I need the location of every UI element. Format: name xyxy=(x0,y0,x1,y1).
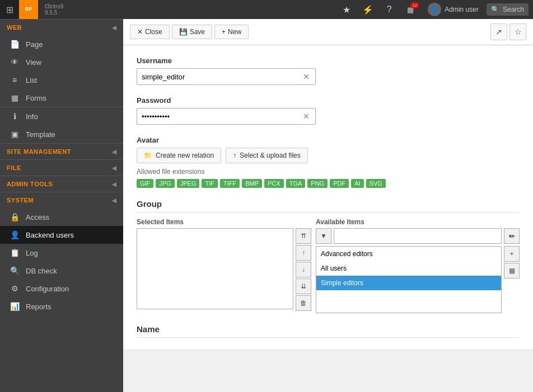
ext-jpeg: JPEG xyxy=(177,179,200,188)
access-icon: 🔒 xyxy=(9,212,20,221)
forms-icon: ▦ xyxy=(9,93,20,102)
ext-pdf: PDF xyxy=(330,179,349,188)
help-icon[interactable]: ? xyxy=(380,0,399,19)
selected-items-list[interactable] xyxy=(137,228,293,309)
sidebar-section-web: WEB ◀ 📄 Page 👁 View ≡ List ▦ Forms xyxy=(0,19,123,107)
new-button[interactable]: + New xyxy=(214,25,249,39)
view-item-button[interactable]: ▦ xyxy=(504,263,520,278)
sidebar-web-arrow: ◀ xyxy=(112,25,117,31)
user-avatar: 👤 xyxy=(428,3,441,16)
sidebar-item-configuration[interactable]: ⚙ Configuration xyxy=(0,280,123,297)
name-label: Name xyxy=(137,324,520,338)
log-icon: 📋 xyxy=(9,248,20,257)
available-items-list[interactable]: Advanced editors All users Simple editor… xyxy=(316,246,502,313)
search-bar[interactable]: 🔍 Search xyxy=(487,3,529,16)
available-search-input-wrapper xyxy=(334,228,502,244)
available-items-label: Available Items xyxy=(316,218,520,226)
user-menu[interactable]: 👤 Admin user xyxy=(422,3,484,16)
sidebar-configuration-label: Configuration xyxy=(26,285,69,293)
sidebar-item-log[interactable]: 📋 Log xyxy=(0,244,123,262)
move-bottom-button[interactable]: ⇊ xyxy=(296,278,311,294)
available-search-row: ▼ ✏ xyxy=(316,228,520,244)
group-section: Group Selected Items ⇈ ↑ ↓ ⇊ 🗑 xyxy=(137,199,520,313)
close-button[interactable]: ✕ Close xyxy=(130,25,170,39)
select-upload-label: Select & upload files xyxy=(240,152,301,159)
username-clear-button[interactable]: ✕ xyxy=(302,72,311,81)
main-content: ✕ Close 💾 Save + New ↗ ☆ Username ✕ xyxy=(123,19,533,392)
sidebar-item-reports[interactable]: 📊 Reports xyxy=(0,297,123,315)
sidebar-item-backend-users[interactable]: 👤 Backend users xyxy=(0,226,123,244)
filter-icon[interactable]: ▼ xyxy=(316,228,331,244)
external-link-button[interactable]: ↗ xyxy=(490,23,507,40)
sidebar-access-label: Access xyxy=(26,213,49,221)
list-item[interactable]: Advanced editors xyxy=(316,247,501,261)
username-input[interactable] xyxy=(142,73,302,81)
save-icon: 💾 xyxy=(179,28,188,36)
sidebar-group-site-mgmt[interactable]: SITE MANAGEMENT ◀ xyxy=(0,144,123,159)
pencil-button[interactable]: ✏ xyxy=(504,228,520,244)
username-label: Username xyxy=(137,56,520,65)
sidebar-reports-label: Reports xyxy=(26,303,52,311)
close-label: Close xyxy=(145,28,162,36)
dual-list: Selected Items ⇈ ↑ ↓ ⇊ 🗑 Avail xyxy=(137,218,520,313)
list-item[interactable]: All users xyxy=(316,261,501,276)
password-field-group: Password ✕ xyxy=(137,96,520,125)
notification-count: 10 xyxy=(410,2,419,8)
sidebar-item-forms[interactable]: ▦ Forms xyxy=(0,89,123,107)
sidebar-section-system: SYSTEM ◀ 🔒 Access 👤 Backend users 📋 Log … xyxy=(0,192,123,315)
sidebar-group-web[interactable]: WEB ◀ xyxy=(0,20,123,35)
sidebar-list-label: List xyxy=(26,76,37,84)
apps-grid-icon[interactable]: ⊞ xyxy=(0,0,19,19)
available-search-input[interactable] xyxy=(338,232,498,240)
sidebar-item-template[interactable]: ▣ Template xyxy=(0,125,123,143)
search-icon: 🔍 xyxy=(491,6,499,13)
sidebar-item-access[interactable]: 🔒 Access xyxy=(0,208,123,226)
flash-icon[interactable]: ⚡ xyxy=(358,0,377,19)
add-item-button[interactable]: + xyxy=(504,246,520,262)
password-clear-button[interactable]: ✕ xyxy=(302,112,311,121)
view-icon: 👁 xyxy=(9,58,20,67)
sidebar-group-system[interactable]: SYSTEM ◀ xyxy=(0,192,123,208)
move-up-button[interactable]: ↑ xyxy=(296,245,311,261)
ext-tif: TIF xyxy=(202,179,218,188)
move-down-button[interactable]: ↓ xyxy=(296,262,311,277)
ext-png: PNG xyxy=(307,179,328,188)
topbar-icons: ★ ⚡ ? ▦ 10 👤 Admin user 🔍 Search xyxy=(337,0,533,19)
list-item[interactable]: Simple editors xyxy=(316,276,501,290)
save-button[interactable]: 💾 Save xyxy=(172,25,212,39)
sidebar-item-page[interactable]: 📄 Page xyxy=(0,35,123,53)
search-label: Search xyxy=(503,6,524,13)
sidebar-group-file[interactable]: FILE ◀ xyxy=(0,160,123,176)
sidebar-item-view[interactable]: 👁 View xyxy=(0,53,123,71)
save-label: Save xyxy=(190,28,205,36)
selected-items-label: Selected Items xyxy=(137,218,311,226)
move-top-button[interactable]: ⇈ xyxy=(296,228,311,244)
info-icon: ℹ xyxy=(9,112,20,121)
app-logo: BP xyxy=(19,0,38,19)
bookmark-button[interactable]: ☆ xyxy=(509,23,526,40)
sidebar-item-list[interactable]: ≡ List xyxy=(0,71,123,89)
select-upload-button[interactable]: ↑ Select & upload files xyxy=(226,148,308,163)
notifications-icon[interactable]: ▦ 10 xyxy=(401,0,420,19)
sidebar-item-info[interactable]: ℹ Info xyxy=(0,107,123,125)
create-relation-icon: 📁 xyxy=(144,152,152,159)
sidebar-item-db-check[interactable]: 🔍 DB check xyxy=(0,262,123,280)
create-relation-button[interactable]: 📁 Create new relation xyxy=(137,148,221,163)
file-extensions-list: GIF JPG JPEG TIF TIFF BMP PCX TGA PNG PD… xyxy=(137,179,520,188)
allowed-extensions-label: Allowed file extensions xyxy=(137,168,520,176)
upload-icon: ↑ xyxy=(233,152,236,159)
sidebar-log-label: Log xyxy=(26,249,38,257)
password-input[interactable] xyxy=(142,112,302,121)
sidebar-group-web-label: WEB xyxy=(7,24,22,31)
new-icon: + xyxy=(222,28,226,36)
sidebar-group-admin-tools[interactable]: ADMIN TOOLS ◀ xyxy=(0,176,123,192)
sidebar-template-label: Template xyxy=(26,130,55,139)
sidebar-section-info: ℹ Info ▣ Template xyxy=(0,107,123,143)
configuration-icon: ⚙ xyxy=(9,284,20,293)
bookmark-icon: ☆ xyxy=(515,27,522,36)
page-icon: 📄 xyxy=(9,40,20,49)
template-icon: ▣ xyxy=(9,130,20,139)
remove-button[interactable]: 🗑 xyxy=(296,295,311,311)
avatar-label: Avatar xyxy=(137,136,520,144)
star-icon[interactable]: ★ xyxy=(337,0,356,19)
